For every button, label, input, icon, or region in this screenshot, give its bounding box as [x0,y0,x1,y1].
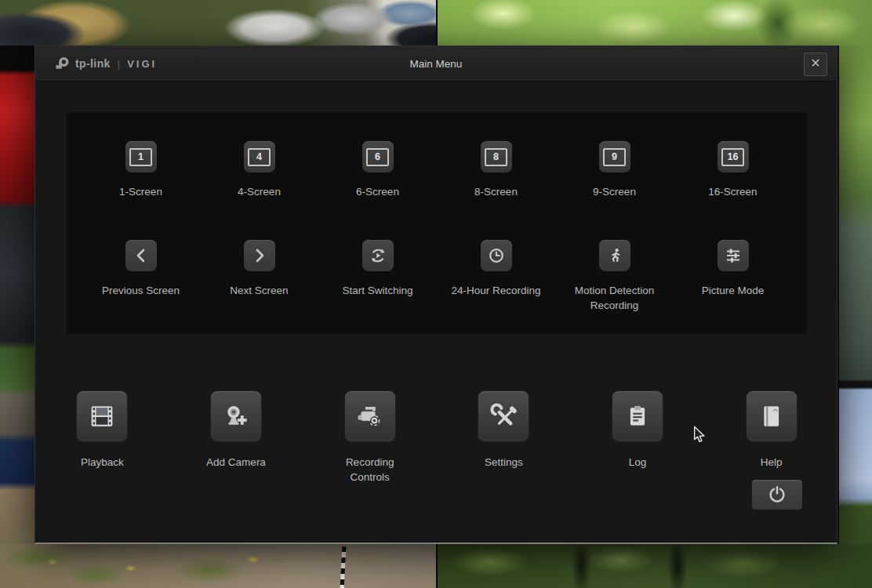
chevron-right-icon[interactable] [244,240,275,271]
screen-mode-1[interactable]: 1 1-Screen [82,141,200,199]
picture-mode[interactable]: Picture Mode [674,240,792,313]
screen-mode-9[interactable]: 9 9-Screen [555,141,674,199]
help[interactable]: Help [704,390,838,485]
control-label: Previous Screen [102,283,180,298]
screen-mode-label: 4-Screen [238,184,281,199]
screen-count: 16 [728,151,739,162]
screen-count: 9 [612,151,617,162]
screen-9-icon[interactable]: 9 [599,141,630,172]
book-icon[interactable] [746,390,798,442]
close-button[interactable]: ✕ [804,53,827,76]
control-label: 24-Hour Recording [451,283,540,298]
log[interactable]: Log [571,390,705,485]
view-control-row: Previous Screen Next Screen [67,240,807,313]
screen-count: 4 [256,151,262,162]
screen-mode-8[interactable]: 8 8-Screen [437,141,555,199]
chevron-left-icon[interactable] [125,240,157,271]
screen-mode-label: 9-Screen [593,184,636,199]
screen-mode-label: 8-Screen [474,184,518,199]
control-label: Picture Mode [702,283,765,298]
settings[interactable]: Settings [437,390,571,485]
control-label: Motion Detection Recording [565,283,664,313]
dialog-title: Main Menu [35,58,837,70]
action-label: Recording Controls [338,455,402,485]
running-person-icon[interactable] [599,240,630,271]
add-camera[interactable]: Add Camera [169,390,303,485]
camera-feed-top-left [0,0,436,45]
screen-mode-16[interactable]: 16 16-Screen [674,141,792,199]
camera-feed-left-edge [0,45,36,588]
action-label: Help [761,455,783,470]
screen-1-icon[interactable]: 1 [125,141,157,172]
screen-mode-row: 1 1-Screen 4 4-Screen 6 6-Screen 8 8-Scr… [67,141,807,199]
screen-mode-label: 6-Screen [356,184,399,199]
switch-play-icon[interactable] [362,240,394,271]
screen-count: 6 [375,151,380,162]
twentyfour-hour-recording[interactable]: 24-Hour Recording [437,240,555,313]
screen-16-icon[interactable]: 16 [718,141,749,172]
control-label: Start Switching [342,283,412,298]
main-menu-dialog: tp-link | VIGI Main Menu ✕ 1 1-Screen 4 … [35,45,837,544]
screen-mode-6[interactable]: 6 6-Screen [318,141,437,199]
screen-mode-4[interactable]: 4 4-Screen [200,141,318,199]
camera-plus-icon[interactable] [210,390,262,442]
camera-feed-bottom-right [436,544,872,588]
action-label: Playback [81,455,124,470]
recording-controls[interactable]: Recording Controls [303,390,437,485]
tools-icon[interactable] [478,390,529,442]
power-icon [767,485,787,505]
camera-feed-bottom-left [0,544,436,588]
screen-mode-label: 16-Screen [708,184,757,199]
clipboard-icon[interactable] [612,390,663,442]
screen-6-icon[interactable]: 6 [362,141,394,172]
nvr-screen: tp-link | VIGI Main Menu ✕ 1 1-Screen 4 … [0,0,872,588]
screen-count: 8 [493,151,499,162]
action-label: Log [629,455,647,470]
screen-count: 1 [138,151,144,162]
close-icon: ✕ [810,56,820,70]
camcorder-gear-icon[interactable] [344,390,396,442]
screen-mode-label: 1-Screen [119,184,162,199]
camera-feed-right-edge [837,45,872,588]
dialog-header: tp-link | VIGI Main Menu ✕ [35,46,837,82]
screen-4-icon[interactable]: 4 [244,141,275,172]
control-label: Next Screen [230,283,288,298]
view-panel: 1 1-Screen 4 4-Screen 6 6-Screen 8 8-Scr… [67,112,807,334]
motion-detection-recording[interactable]: Motion Detection Recording [555,240,674,313]
power-button[interactable] [751,479,803,510]
next-screen[interactable]: Next Screen [200,240,318,313]
clock-icon[interactable] [481,240,512,271]
action-label: Add Camera [206,455,266,470]
playback[interactable]: Playback [35,390,169,485]
main-actions-row: Playback Add Camera [35,390,838,485]
previous-screen[interactable]: Previous Screen [82,240,200,313]
camera-feed-top-right [436,0,872,45]
film-icon[interactable] [76,390,128,442]
screen-8-icon[interactable]: 8 [481,141,512,172]
sliders-icon[interactable] [718,240,749,271]
start-switching[interactable]: Start Switching [318,240,437,313]
action-label: Settings [485,455,523,470]
